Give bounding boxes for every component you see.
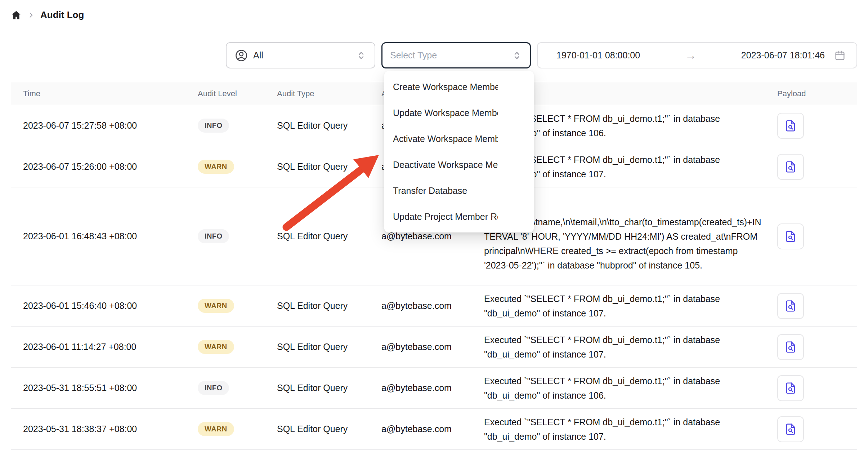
column-header-payload: Payload (765, 89, 857, 98)
file-search-icon (784, 230, 797, 243)
audit-level-badge: INFO (198, 381, 229, 395)
date-range-picker[interactable]: 1970-01-01 08:00:00 → 2023-06-07 18:01:4… (537, 42, 857, 68)
cell-payload (765, 416, 857, 442)
user-circle-icon (234, 49, 248, 62)
chevrons-up-down-icon (511, 50, 522, 61)
audit-level-badge: WARN (198, 422, 234, 436)
home-icon[interactable] (11, 10, 22, 21)
cell-type: SQL Editor Query (265, 342, 369, 352)
cell-type: SQL Editor Query (265, 424, 369, 434)
audit-level-badge: WARN (198, 160, 234, 174)
payload-view-button[interactable] (777, 375, 804, 401)
file-search-icon (784, 119, 797, 132)
cell-time: 2023-05-31 18:55:51 +08:00 (11, 383, 185, 393)
column-header-level: Audit Level (185, 89, 265, 98)
cell-level: INFO (185, 119, 265, 133)
cell-level: WARN (185, 422, 265, 436)
file-search-icon (784, 341, 797, 354)
cell-actor: a@bytebase.com (369, 342, 472, 352)
chevrons-up-down-icon (356, 50, 367, 61)
cell-level: INFO (185, 229, 265, 243)
date-range-start: 1970-01-01 08:00:00 (556, 50, 640, 61)
cell-payload (765, 334, 857, 360)
cell-payload (765, 113, 857, 139)
cell-time: 2023-06-01 15:46:40 +08:00 (11, 301, 185, 311)
type-select-dropdown: Create Workspace Member Update Workspace… (384, 71, 534, 232)
arrow-right-icon: → (640, 49, 741, 62)
payload-view-button[interactable] (777, 113, 804, 139)
cell-comment: Executed `"SELECT * FROM db_ui_demo.t1;"… (472, 327, 765, 367)
file-search-icon (784, 160, 797, 173)
cell-comment: Executed `"SELECT * FROM db_ui_demo.t1;"… (472, 409, 765, 449)
cell-type: SQL Editor Query (265, 301, 369, 311)
type-filter-select[interactable]: Select Type (381, 42, 531, 68)
dropdown-option-deactivate-workspace-member[interactable]: Deactivate Workspace Member (384, 152, 534, 178)
column-header-type: Audit Type (265, 89, 369, 98)
table-row: 2023-06-01 15:46:40 +08:00 WARN SQL Edit… (11, 285, 857, 327)
dropdown-option-update-project-member-role[interactable]: Update Project Member Role (384, 204, 534, 230)
dropdown-option-activate-workspace-member[interactable]: Activate Workspace Member (384, 126, 534, 152)
breadcrumb: Audit Log (11, 9, 84, 21)
payload-view-button[interactable] (777, 334, 804, 360)
dropdown-option-transfer-database[interactable]: Transfer Database (384, 178, 534, 204)
payload-view-button[interactable] (777, 293, 804, 319)
audit-level-badge: INFO (198, 229, 229, 243)
cell-actor: a@bytebase.com (369, 383, 472, 393)
payload-view-button[interactable] (777, 223, 804, 249)
file-search-icon (784, 300, 797, 312)
cell-type: SQL Editor Query (265, 231, 369, 241)
page-title: Audit Log (40, 9, 84, 21)
cell-payload (765, 293, 857, 319)
filter-bar: All Select Type 1970-01-01 08:00:00 → 20… (11, 42, 857, 68)
audit-level-badge: WARN (198, 340, 234, 354)
dropdown-option-create-workspace-member[interactable]: Create Workspace Member (384, 74, 534, 100)
actor-filter-select[interactable]: All (226, 42, 375, 68)
cell-type: SQL Editor Query (265, 120, 369, 131)
file-search-icon (784, 423, 797, 436)
table-row: 2023-06-01 11:14:27 +08:00 WARN SQL Edit… (11, 327, 857, 368)
payload-view-button[interactable] (777, 154, 804, 180)
cell-level: WARN (185, 160, 265, 174)
cell-actor: a@bytebase.com (369, 424, 472, 434)
cell-time: 2023-06-01 16:48:43 +08:00 (11, 231, 185, 241)
cell-payload (765, 154, 857, 180)
actor-filter-value: All (253, 50, 263, 61)
cell-payload (765, 223, 857, 249)
cell-time: 2023-06-01 11:14:27 +08:00 (11, 342, 185, 352)
type-filter-placeholder: Select Type (390, 50, 437, 61)
audit-level-badge: INFO (198, 119, 229, 133)
cell-time: 2023-05-31 18:38:37 +08:00 (11, 424, 185, 434)
dropdown-option-update-workspace-member[interactable]: Update Workspace Member (384, 100, 534, 126)
cell-level: WARN (185, 299, 265, 313)
cell-payload (765, 375, 857, 401)
audit-level-badge: WARN (198, 299, 234, 313)
cell-type: SQL Editor Query (265, 383, 369, 393)
cell-level: INFO (185, 381, 265, 395)
cell-type: SQL Editor Query (265, 161, 369, 172)
payload-view-button[interactable] (777, 416, 804, 442)
date-range-end: 2023-06-07 18:01:46 (741, 50, 825, 61)
cell-time: 2023-06-07 15:26:00 +08:00 (11, 161, 185, 172)
chevron-right-icon (27, 12, 35, 19)
cell-actor: a@bytebase.com (369, 231, 472, 241)
cell-comment: Executed `"SELECT * FROM db_ui_demo.t1;"… (472, 286, 765, 326)
table-row: 2023-05-31 18:55:51 +08:00 INFO SQL Edit… (11, 368, 857, 409)
cell-time: 2023-06-07 15:27:58 +08:00 (11, 120, 185, 131)
cell-actor: a@bytebase.com (369, 301, 472, 311)
calendar-icon (834, 50, 846, 61)
cell-level: WARN (185, 340, 265, 354)
column-header-time: Time (11, 89, 185, 98)
table-row: 2023-05-31 18:38:37 +08:00 WARN SQL Edit… (11, 409, 857, 450)
cell-comment: Executed `"SELECT * FROM db_ui_demo.t1;"… (472, 368, 765, 408)
file-search-icon (784, 382, 797, 395)
